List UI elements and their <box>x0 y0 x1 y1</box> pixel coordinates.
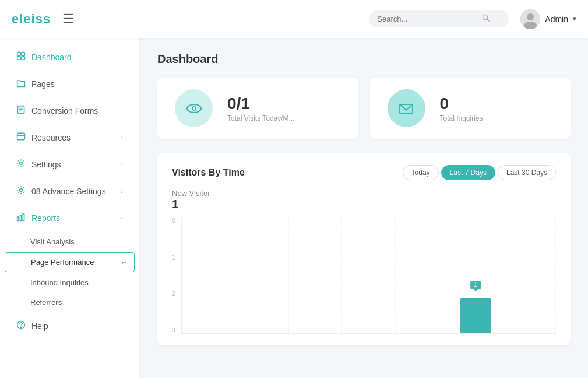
sidebar-item-label: Settings <box>31 160 115 169</box>
chart-header: Visitors By Time Today Last 7 Days Last … <box>172 165 556 180</box>
folder-icon <box>16 78 26 90</box>
sidebar-item-settings[interactable]: Settings › <box>5 152 135 177</box>
stats-row: 0/1 Total Visits Today/M... 0 Total Inqu… <box>157 78 571 139</box>
sidebar-item-label: Conversion Forms <box>31 106 123 116</box>
user-area[interactable]: Admin ▾ <box>520 9 576 29</box>
gear2-icon <box>16 186 26 197</box>
svg-point-15 <box>20 162 23 165</box>
sidebar-item-help[interactable]: Help <box>5 313 135 339</box>
chevron-right-icon: › <box>121 161 123 168</box>
sidebar-item-advance-settings[interactable]: 08 Advance Settings › <box>5 178 135 204</box>
meta-new-visitor-label: New Visitor <box>172 189 210 198</box>
svg-rect-18 <box>20 215 21 221</box>
help-icon <box>16 320 26 332</box>
chart-column-2 <box>235 217 289 333</box>
sidebar-item-conversion-forms[interactable]: Conversion Forms <box>5 98 135 124</box>
time-btn-last30[interactable]: Last 30 Days <box>498 165 556 180</box>
stat-value-inquiries: 0 <box>440 94 483 113</box>
admin-name: Admin <box>545 15 568 24</box>
stat-card-visits: 0/1 Total Visits Today/M... <box>157 78 358 139</box>
chevron-down-icon: › <box>118 217 125 219</box>
page-title: Dashboard <box>157 52 571 66</box>
stat-info-visits: 0/1 Total Visits Today/M... <box>227 94 295 123</box>
meta-new-visitor: New Visitor 1 <box>172 189 210 211</box>
sidebar-item-label: Dashboard <box>31 52 123 62</box>
sidebar-item-pages[interactable]: Pages <box>5 71 135 97</box>
meta-new-visitor-value: 1 <box>172 198 210 211</box>
svg-point-16 <box>20 189 23 192</box>
gear-icon <box>16 159 26 170</box>
chart-title: Visitors By Time <box>172 167 245 178</box>
y-axis-label: 2 <box>172 290 175 297</box>
svg-point-3 <box>527 13 534 20</box>
svg-rect-8 <box>22 57 25 60</box>
chevron-right-icon: › <box>121 188 123 195</box>
sidebar-item-label: 08 Advance Settings <box>31 187 115 196</box>
hamburger-icon[interactable]: ☰ <box>62 12 74 27</box>
sidebar-item-label: Help <box>31 321 123 331</box>
svg-point-24 <box>193 107 195 110</box>
avatar <box>520 9 540 29</box>
time-btn-last7[interactable]: Last 7 Days <box>441 165 495 180</box>
main-content: Dashboard 0/1 Total Visits Today/M... <box>140 38 588 378</box>
stat-card-inquiries: 0 Total Inquiries <box>370 78 571 139</box>
chart-icon <box>16 212 26 224</box>
stat-info-inquiries: 0 Total Inquiries <box>440 94 483 123</box>
header: eleiss ☰ Admin ▾ <box>0 0 588 38</box>
sidebar-subitem-inbound-inquiries[interactable]: Inbound Inquiries <box>5 273 135 292</box>
chart-column-3 <box>289 217 343 333</box>
svg-rect-6 <box>22 52 25 56</box>
svg-point-0 <box>483 15 488 19</box>
stat-value-visits: 0/1 <box>227 94 295 113</box>
y-axis-label: 3 <box>172 327 175 334</box>
sidebar-subitem-page-performance[interactable]: Page Performance ← <box>5 252 135 272</box>
chevron-down-icon: ▾ <box>573 15 576 23</box>
time-btn-today[interactable]: Today <box>403 165 439 180</box>
chart-column-5 <box>396 217 449 333</box>
sidebar-item-reports[interactable]: Reports › <box>5 205 135 231</box>
svg-rect-17 <box>17 217 19 220</box>
sidebar-subitem-visit-analysis[interactable]: Visit Analysis <box>5 232 135 251</box>
chart-bars: 1 <box>181 217 556 334</box>
time-buttons: Today Last 7 Days Last 30 Days <box>403 165 556 180</box>
chart-meta: New Visitor 1 <box>172 189 556 211</box>
chart-bar-6: 1 <box>460 298 491 333</box>
reports-submenu: Visit Analysis Page Performance ← Inboun… <box>0 232 139 313</box>
logo: eleiss <box>12 12 51 27</box>
subitem-label: Referrers <box>30 298 62 307</box>
sidebar-item-label: Reports <box>31 214 115 223</box>
svg-rect-7 <box>17 57 21 60</box>
resources-icon <box>16 132 26 144</box>
eye-icon-circle <box>175 89 213 127</box>
mail-icon-circle <box>388 89 425 127</box>
svg-rect-5 <box>17 52 21 56</box>
sidebar-item-label: Resources <box>31 133 115 142</box>
form-icon <box>16 105 26 117</box>
bar-tooltip-6: 1 <box>470 281 481 289</box>
subitem-label: Inbound Inquiries <box>30 278 89 287</box>
sidebar-item-dashboard[interactable]: Dashboard <box>5 44 135 70</box>
svg-point-21 <box>20 327 21 327</box>
sidebar-subitem-referrers[interactable]: Referrers <box>5 293 135 312</box>
svg-rect-13 <box>17 133 25 139</box>
body-wrap: Dashboard Pages Conversion Forms <box>0 38 588 378</box>
chart-area: 3 2 1 0 <box>172 217 556 334</box>
subitem-label: Page Performance <box>31 258 94 267</box>
stat-label-visits: Total Visits Today/M... <box>227 114 295 123</box>
subitem-label: Visit Analysis <box>30 237 75 246</box>
chart-column-4 <box>342 217 396 333</box>
arrow-left-icon: ← <box>120 258 128 267</box>
stat-label-inquiries: Total Inquiries <box>440 114 483 123</box>
chart-section: Visitors By Time Today Last 7 Days Last … <box>157 153 571 345</box>
y-axis-label: 0 <box>172 217 175 224</box>
sidebar: Dashboard Pages Conversion Forms <box>0 38 140 378</box>
chart-column-1 <box>182 217 235 333</box>
search-input[interactable] <box>377 15 482 23</box>
grid-icon <box>16 51 26 63</box>
y-axis-label: 1 <box>172 254 175 261</box>
sidebar-item-resources[interactable]: Resources › <box>5 125 135 150</box>
sidebar-item-label: Pages <box>31 79 123 89</box>
y-axis: 3 2 1 0 <box>172 217 181 334</box>
search-icon <box>482 14 490 24</box>
search-bar <box>369 10 509 27</box>
